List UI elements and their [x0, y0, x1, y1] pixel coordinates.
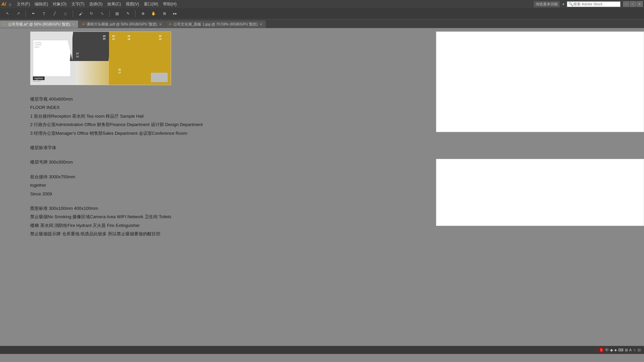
design-year-2019: 2019: [159, 35, 162, 41]
text-line-11: 图形标准 300x100mm 400x100mm: [30, 204, 203, 212]
text-line-7: 楼层号牌 300x300mm: [30, 158, 203, 166]
tab-label-0: 公司导视.ai* @ 50% (RGB/GPU 预览): [8, 22, 70, 27]
menu-text[interactable]: 文字(T): [69, 1, 87, 8]
text-line-3: 1 前台接待Reception 茶水间 Tea room 样品厅 Sample …: [30, 112, 203, 120]
tool-zoom[interactable]: ⊕: [138, 9, 148, 18]
tool-more[interactable]: ▸▸: [170, 9, 180, 18]
text-content: 楼层导视 400x600mm FLOOR INDEX 1 前台接待Recepti…: [30, 95, 203, 238]
design-text-lines: 公司历程 Company history: [35, 42, 69, 48]
maximize-btn[interactable]: □: [630, 1, 636, 7]
tool-shape[interactable]: □: [61, 9, 70, 18]
gap-4: [30, 198, 203, 204]
ai-logo: Ai: [1, 1, 6, 7]
status-bar: S 中 ◆ ♣ ⌨ ⊞ A ☆ ⊡: [0, 346, 644, 354]
menu-window[interactable]: 窗口(W): [142, 1, 160, 8]
right-panel-bottom: [436, 159, 644, 226]
design-photo-small: [151, 73, 168, 82]
text-line-2: FLOOR INDEX: [30, 104, 203, 111]
text-line-8: 前台接待 3000x750mm: [30, 173, 203, 181]
close-btn[interactable]: ✕: [637, 1, 643, 7]
menu-edit[interactable]: 编辑(E): [33, 1, 50, 8]
tab-close-0[interactable]: ✕: [72, 22, 75, 26]
text-line-4: 2 行政办公室Administration Office 财务部Finance …: [30, 121, 203, 128]
menu-select[interactable]: 选择(S): [87, 1, 105, 8]
tab-1[interactable]: Ai 课程片头模板.pdf @ 50% (RGB/GPU 预览) ✕: [78, 20, 165, 28]
ime-mic: ♣: [614, 348, 616, 352]
tab-icon-0: Ai: [3, 22, 6, 26]
menu-file[interactable]: 文件(F): [15, 1, 32, 8]
design-year-2018: 2018: [127, 35, 130, 41]
search-box[interactable]: 🔍: [567, 1, 621, 7]
menu-right-section: 传统基本功能 ▾ 🔍 — □ ✕: [534, 1, 643, 7]
ime-s-icon: S: [599, 348, 604, 352]
design-year-2017: 2017: [118, 68, 121, 74]
text-line-1: 楼层导视 400x600mm: [30, 95, 203, 103]
text-line-6: 楼层标准字体: [30, 144, 203, 152]
tab-0[interactable]: Ai 公司导视.ai* @ 50% (RGB/GPU 预览) ✕: [0, 20, 78, 28]
text-line-10: Since 2009: [30, 190, 203, 198]
text-line-5: 3 经理办公室Manager's Office 销售部Sales Departm…: [30, 129, 203, 137]
menu-object[interactable]: 对象(O): [51, 1, 68, 8]
tool-select[interactable]: ↖: [3, 9, 12, 18]
tool-type[interactable]: T: [39, 9, 49, 18]
tool-brush[interactable]: 🖌: [76, 9, 85, 18]
ime-grid: ⊞: [625, 348, 628, 352]
dropdown-arrow: ▾: [562, 2, 564, 6]
design-white-box: 公司历程 Company history: [33, 40, 71, 77]
gap-1: [30, 138, 203, 144]
text-line-14: 禁止吸烟提示牌 仓库重地 纸质品比较多 所以禁止吸烟要做的醒目些: [30, 230, 203, 238]
tab-2[interactable]: Ai 公司文化墙_面板 1.jpg @ 70.59% (RGB/GPU 预览) …: [165, 20, 266, 28]
toolbar: ↖ ↗ ✒ T ╱ □ 🖌 ↻ ⤡ ▨ ✎ ⊕ ✋ ⊞ ▸▸: [0, 8, 644, 19]
tool-separator-3: [109, 10, 110, 17]
menu-view[interactable]: 视图(V): [124, 1, 141, 8]
design-dark-top: 2020 2016: [70, 32, 112, 61]
tool-direct-select[interactable]: ↗: [13, 9, 23, 18]
tool-separator-2: [73, 10, 73, 17]
tool-scale[interactable]: ⤡: [97, 9, 107, 18]
traditional-btn[interactable]: 传统基本功能: [534, 1, 560, 7]
design-since: since 2008: [33, 80, 45, 82]
tool-grid[interactable]: ⊞: [160, 9, 169, 18]
tab-close-2[interactable]: ✕: [260, 22, 262, 26]
window-controls: — □ ✕: [623, 1, 643, 7]
canvas-area[interactable]: 优虎课网 公司历程 Company history together since…: [0, 28, 644, 354]
tool-separator-1: [25, 10, 26, 17]
tab-close-1[interactable]: ✕: [159, 22, 162, 26]
tool-rotate[interactable]: ↻: [87, 9, 96, 18]
tab-icon-2: Ai: [169, 22, 171, 26]
right-panel-top: [436, 32, 644, 132]
tool-eyedropper[interactable]: ✎: [123, 9, 132, 18]
design-together-label: together since 2008: [33, 76, 45, 82]
tool-line[interactable]: ╱: [50, 9, 59, 18]
design-gold-section: 2015 2018 2019 2017: [109, 32, 171, 85]
menu-items: 文件(F) 编辑(E) 对象(O) 文字(T) 选择(S) 效果(C) 视图(V…: [15, 1, 534, 8]
tab-label-1: 课程片头模板.pdf @ 50% (RGB/GPU 预览): [87, 22, 157, 27]
design-year-top: 2020: [103, 35, 106, 41]
text-line-13: 楼梯 茶水间 消防栓Fire Hydrant 灭火器 Fire Extingui…: [30, 222, 203, 229]
tool-gradient[interactable]: ▨: [112, 9, 122, 18]
ime-zhong: 中: [605, 348, 609, 353]
tool-hand[interactable]: ✋: [149, 9, 158, 18]
ime-keyboard: ⌨: [618, 348, 624, 352]
gap-3: [30, 167, 203, 173]
menu-effect[interactable]: 效果(C): [105, 1, 123, 8]
design-years-gold: 2015: [112, 35, 115, 41]
tab-label-2: 公司文化墙_面板 1.jpg @ 70.59% (RGB/GPU 预览): [173, 22, 258, 27]
ime-box: ⊡: [638, 348, 641, 352]
design-inner: 公司历程 Company history together since 2008…: [31, 32, 171, 85]
tool-pen[interactable]: ✒: [29, 9, 38, 18]
menu-bar: Ai ⌂ 文件(F) 编辑(E) 对象(O) 文字(T) 选择(S) 效果(C)…: [0, 0, 644, 8]
design-preview: 公司历程 Company history together since 2008…: [30, 32, 171, 85]
text-line-9: together: [30, 181, 203, 189]
gap-2: [30, 152, 203, 158]
tool-separator-4: [135, 10, 136, 17]
text-line-12: 禁止吸烟No Smoking 摄像区域Camera Area WIFI Netw…: [30, 213, 203, 221]
home-icon: ⌂: [9, 2, 11, 7]
search-input[interactable]: [573, 2, 613, 6]
menu-help[interactable]: 帮助(H): [161, 1, 179, 8]
ime-diamond: ◆: [610, 348, 613, 352]
ime-a: A: [629, 348, 632, 352]
ime-bar: S 中 ◆ ♣ ⌨ ⊞ A ☆ ⊡: [599, 348, 641, 353]
ime-star: ☆: [633, 348, 636, 352]
minimize-btn[interactable]: —: [623, 1, 629, 7]
